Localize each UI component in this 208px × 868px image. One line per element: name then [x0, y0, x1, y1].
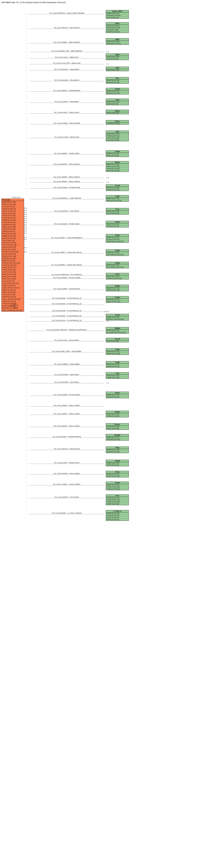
target-table-header: V_TVPG_S	[106, 510, 129, 513]
source-cardinality: 1..	[24, 245, 26, 246]
target-field: PROFIL [CHAR (12)]	[106, 301, 129, 303]
cardinality-annotation: (0,1)(0,1)(0,1)	[12, 196, 20, 198]
relation-row: - - -TXI_TCJ41-VTWEG = TVKOV-VTWEG0..N	[29, 484, 104, 487]
relation-row: - - -TXI_TCJ41-APRFE = TKB1A-APROF	[29, 405, 104, 408]
target-table: T000MANDT [CLNT (3)]	[106, 67, 129, 71]
target-field: WAERS [CUKY (5)]	[106, 289, 129, 291]
target-table-header: T681V	[106, 120, 129, 123]
target-field: MANDT [CLNT (3)]	[106, 462, 129, 464]
relation-label: TXI_TCJ41-KOKRS = TKA01-KOKRS	[36, 394, 97, 396]
target-field: VER_PROFIL [CHAR (7)]	[106, 254, 129, 256]
source-field: APROF [CHAR (6)]	[2, 226, 24, 228]
relation-cardinality: 0..N	[106, 177, 109, 179]
target-field: PAOBL [CHAR (1)]	[106, 517, 129, 519]
source-table: TXI_TCJ41MANDT [CLNT (3)]WERKS [CHAR (4)…	[1, 198, 24, 312]
relation-label: TXI_TCJ41-PRCTR = CEPC-PRCTR	[36, 27, 97, 29]
dash-icon: - - -	[24, 252, 27, 254]
target-table-header: TCN41	[106, 234, 129, 237]
relation-label: TXI_TCJ41-STSPD = TJ20-STSMA	[36, 374, 97, 375]
target-table: T001MANDT [CLNT (3)]BUKRS [CHAR (4)]	[106, 77, 129, 84]
target-field: KVEWE [CHAR (1)]	[106, 135, 129, 137]
relation-row: - - -TXI_TCJ41-EINGR = TCY30-PROFILE_ID	[29, 304, 104, 306]
dash-icon: - - -	[24, 211, 27, 213]
relation-row: - - -TXI_TCJ41-BPROF = TBP1C-PROFIL0..N	[29, 164, 104, 166]
target-table: TVKOVMANDT [CLNT (3)]VKORG [CHAR (4)]VTW…	[106, 482, 129, 490]
relation-label: TXI_TCJ41-PARGR = V_TVPG_S-PARGR	[36, 512, 97, 514]
target-table: TCN41MANDT [CLNT (3)]PLNAW [CHAR (1)]PRO…	[106, 234, 129, 243]
target-field: PLNAW [CHAR (1)]	[106, 239, 129, 241]
relation-label: TXI_TCJ41-EINTB = TCY30-PROFILE_ID	[36, 310, 97, 312]
relation-cardinality: 0..N	[106, 182, 109, 183]
source-field: SUBST [CHAR (7)]	[2, 284, 24, 287]
target-table-header: TCN51	[106, 249, 129, 252]
dash-icon: - - -	[24, 298, 27, 300]
target-field: CK_EXPROFILE [CHAR (4)]	[106, 332, 129, 334]
relation-label: TXI_TCJ41-SUBST = GB92-SUBSTID	[36, 41, 97, 43]
target-field: PRCTR [CHAR (10)]	[106, 27, 129, 29]
target-table: CEPCMANDT [CLNT (3)]PRCTR [CHAR (10)]DAT…	[106, 22, 129, 33]
source-field: EINGR [CHAR (10)]	[2, 255, 24, 257]
relation-label: TXI_TCJ41-STRAT = TSR0E-STRAT	[36, 462, 97, 464]
target-table: AD01C_PROFMANDT [CLNT (3)]PROFNR [CHAR (…	[106, 10, 129, 19]
relation-line	[29, 188, 104, 189]
dash-icon: - - -	[24, 265, 27, 267]
relation-row: - - -TXI_TCJ41-SUBST = GB92-SUBSTID0..N	[29, 42, 104, 44]
target-table-header: T001W	[106, 88, 129, 90]
source-field: ABGSL [CHAR (6)]	[2, 212, 24, 215]
relation-line	[29, 498, 104, 498]
relation-label: TXI_TCJ41-KVEWE = T681V-KVEWE	[36, 122, 97, 124]
target-field: PRART [CHAR (2)]	[106, 213, 129, 214]
target-table-header: TCN00	[106, 221, 129, 223]
target-field: MANDT [CLNT (3)]	[106, 275, 129, 277]
target-field: KAPPL [CHAR (2)]	[106, 112, 129, 114]
relation-label: TXI_TCJ41-BUKRS = T001-BUKRS	[36, 79, 97, 81]
target-field: MANDT [CLNT (3)]	[106, 287, 129, 289]
source-table-header: TXI_TCJ41	[2, 199, 24, 201]
target-field: KOKRS [CHAR (4)]	[106, 396, 129, 398]
target-field: SPART [CHAR (2)]	[106, 503, 129, 505]
target-field: PROFILE_ID [CHAR (10)]	[106, 318, 129, 320]
target-field: KVEWE [CHAR (1)]	[106, 123, 129, 124]
target-field: MANDT [CLNT (3)]	[106, 351, 129, 353]
relation-line	[29, 341, 104, 341]
target-field: BUKRS [CHAR (4)]	[106, 82, 129, 84]
relation-row: - - -TXI_TCJ41-EINTB = TCY30-PROFILE_ID0…	[29, 310, 104, 313]
relation-label: TXI_TCJ41-VALID = GB93-VALID	[36, 56, 97, 58]
target-table-header: TVTA	[106, 495, 129, 497]
target-field: PROFIL [CHAR (6)]	[106, 166, 129, 168]
target-table: T681AKAPPL [CHAR (2)]	[106, 110, 129, 114]
relation-label: TXI_TCJ41-SLWID = TCN00-SLWID	[36, 223, 97, 225]
target-table-header: TGSB	[106, 361, 129, 364]
target-table: TCA09MANDT [CLNT (3)]PLNAW [CHAR (1)]	[106, 184, 129, 191]
relation-row: - - -TXI_TCJ41-KALID = TFACD-IDENT	[29, 340, 104, 342]
target-table: TCN00MANDT [CLNT (3)]SLWID [CHAR (7)]	[106, 221, 129, 227]
target-field: DATBI [DATS (8)]	[106, 29, 129, 31]
target-field: MANDT [CLNT (3)]	[106, 133, 129, 135]
relation-line	[29, 464, 104, 464]
source-field: ZTEHT [UNIT (3)]	[2, 239, 24, 242]
target-table: TSR0EMANDT [CLNT (3)]STRAT [CHAR (2)]	[106, 460, 129, 466]
source-field: SUBST_PSP [CHAR (7)]	[2, 287, 24, 289]
dash-icon: - - -	[24, 224, 27, 225]
relation-row: - - -TXI_TCJ41-SLWID = TCN00-SLWID0..N	[29, 224, 104, 226]
target-field: MANDT [CLNT (3)]	[106, 25, 129, 27]
relation-label: TXI_TCJ41-IMPRF = TAPRF-IVPRO	[36, 153, 97, 154]
relation-line	[29, 102, 104, 103]
relation-label: TXI_TCJ41-FMPRF = TBP1C-PROFIL	[36, 176, 97, 178]
source-field: IMPRF [CHAR (6)]	[2, 260, 24, 262]
source-field: PRART [CHAR (2)]	[2, 248, 24, 251]
relation-line	[29, 365, 104, 365]
relation-cardinality: 0..N	[106, 51, 109, 53]
relation-row: - - -TXI_TCJ41-ZTEHT = T006-MSEHI0..N	[29, 101, 104, 104]
target-table: TGSBMANDT [CLNT (3)]GSBER [CHAR (4)]	[106, 361, 129, 368]
source-cardinality: (0,1)	[24, 230, 27, 232]
target-table: T681VKVEWE [CHAR (1)]	[106, 120, 129, 125]
relation-label: TXI_TCJ41-PGPRF = TPGPRF-PROFID	[36, 436, 97, 438]
target-field: PROFIDNETZ [CHAR (7)]	[106, 241, 129, 243]
relation-label: TXI_TCJ41-GSBER = TGSB-GSBER	[36, 363, 97, 365]
relation-row: - - -TXI_TCJ41-LSTKP = TCY30-PROFILE_ID0…	[29, 320, 104, 322]
target-table-header: TVKOV	[106, 482, 129, 484]
target-table-header: TKA01	[106, 392, 129, 394]
target-table: T006MANDT [CLNT (3)]MSEHI [UNIT (3)]	[106, 99, 129, 105]
target-table: TCN51MANDT [CLNT (3)]VER_PROFIL [CHAR (7…	[106, 249, 129, 256]
